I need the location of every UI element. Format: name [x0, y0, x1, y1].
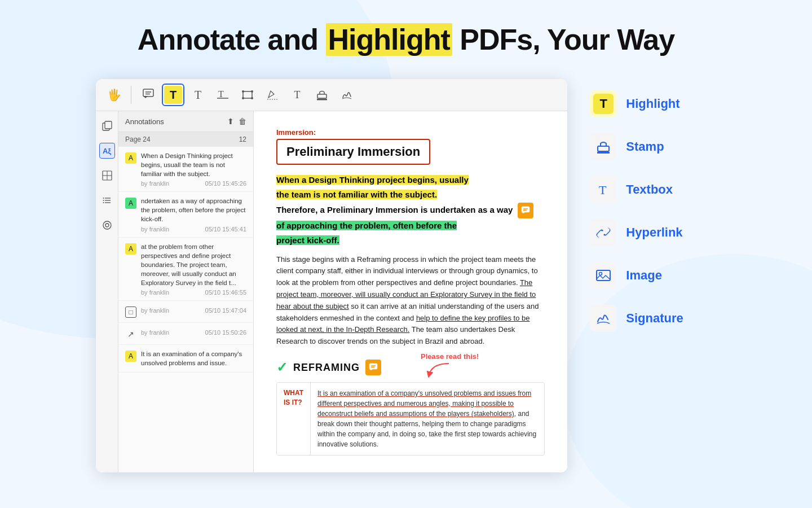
- annotation-icon-yellow: A: [125, 243, 136, 255]
- hand-tool-button[interactable]: 🖐: [103, 84, 125, 106]
- svg-rect-37: [597, 270, 610, 281]
- annotation-author: by franklin: [141, 180, 169, 187]
- svg-point-10: [242, 97, 244, 99]
- sidebar-text-icon[interactable]: Aξ: [99, 143, 115, 159]
- annotation-time: 05/10 15:46:55: [205, 289, 246, 296]
- annotation-time: 05/10 15:45:41: [205, 226, 246, 233]
- sidebar-list-icon[interactable]: [99, 192, 115, 208]
- stamp-feature-icon: [595, 139, 611, 155]
- stamp-label: Stamp: [626, 139, 664, 154]
- annotation-item[interactable]: A ndertaken as a way of approaching the …: [118, 192, 253, 237]
- annotation-item[interactable]: A It is an examination of a company's un…: [118, 345, 253, 373]
- textbox-tool-button[interactable]: T: [286, 84, 308, 106]
- feature-textbox: T Textbox: [590, 176, 716, 203]
- pdf-highlighted-yellow-text: When a Design Thinking project begins, u…: [276, 175, 469, 199]
- signature-label: Signature: [626, 311, 683, 326]
- title-part2: PDFs, Your Way: [452, 23, 674, 56]
- annotation-icon-yellow: A: [125, 152, 136, 164]
- left-sidebar: Aξ: [96, 111, 118, 472]
- what-label: WHATIS IT?: [277, 383, 311, 455]
- annotation-item[interactable]: ↗ by franklin 05/10 15:50:26: [118, 323, 253, 345]
- signature-feature-icon-box: [590, 305, 617, 332]
- annotation-meta: by franklin 05/10 15:46:55: [141, 289, 246, 296]
- box-tool-button[interactable]: [236, 84, 259, 106]
- textbox-label: Textbox: [626, 182, 673, 197]
- comment-tool-button[interactable]: [137, 84, 160, 106]
- pdf-title: Preliminary Immersion: [276, 139, 430, 165]
- feature-highlight: T Highlight: [590, 90, 716, 117]
- what-content: It is an examination of a company's unso…: [311, 383, 544, 455]
- image-label: Image: [626, 268, 662, 283]
- svg-point-11: [251, 97, 253, 99]
- annotation-text: at the problem from other perspectives a…: [141, 242, 246, 287]
- svg-rect-7: [243, 91, 252, 98]
- pencil-tool-button[interactable]: [261, 84, 284, 106]
- annotation-author: by franklin: [141, 307, 169, 314]
- annotation-item[interactable]: □ by franklin 05/10 15:47:04: [118, 301, 253, 323]
- annotation-icon-arrow: ↗: [125, 329, 136, 340]
- annotations-page-label: Page 24: [125, 135, 151, 143]
- pdf-body-text: This stage begins with a Reframing proce…: [276, 254, 545, 348]
- svg-point-9: [251, 90, 253, 93]
- signature-tool-button[interactable]: [336, 84, 358, 106]
- svg-point-25: [103, 202, 104, 203]
- annotation-content: ndertaken as a way of approaching the pr…: [141, 196, 246, 232]
- please-read-annotation: Please read this!: [421, 358, 479, 378]
- svg-point-26: [103, 221, 111, 229]
- annotation-icon-rect: □: [125, 306, 136, 318]
- feature-stamp: Stamp: [590, 133, 716, 160]
- pdf-section-label: Immersion:: [276, 128, 545, 137]
- feature-hyperlink: Hyperlink: [590, 219, 716, 246]
- svg-rect-13: [317, 94, 326, 98]
- annotations-header-icons: ⬆ 🗑: [227, 117, 246, 126]
- pdf-body-section: When a Design Thinking project begins, u…: [276, 173, 545, 248]
- strikethrough-tool-button[interactable]: T: [211, 84, 234, 106]
- annotation-item[interactable]: A at the problem from other perspectives…: [118, 238, 253, 301]
- pdf-viewer: 🖐 T T: [96, 79, 567, 472]
- annotations-page-header: Page 24 12: [118, 132, 253, 147]
- title-part1: Annotate and: [138, 23, 326, 56]
- hyperlink-feature-icon: [595, 225, 611, 240]
- textbox-feature-icon-box: T: [590, 176, 617, 203]
- image-feature-icon-box: [590, 262, 617, 289]
- hyperlink-feature-icon-box: [590, 219, 617, 246]
- sidebar-settings-icon[interactable]: [99, 217, 115, 233]
- annotation-content: by franklin 05/10 15:50:26: [141, 327, 246, 336]
- annotations-delete-icon[interactable]: 🗑: [239, 117, 246, 126]
- annotation-author: by franklin: [141, 226, 169, 233]
- toolbar: 🖐 T T: [96, 79, 567, 111]
- stamp-tool-button[interactable]: [311, 84, 333, 106]
- annotation-author: by franklin: [141, 329, 169, 336]
- annotations-panel: Annotations ⬆ 🗑 Page 24 12 A: [118, 111, 254, 472]
- annotation-meta: by franklin 05/10 15:45:41: [141, 226, 246, 233]
- please-read-text: Please read this!: [421, 352, 479, 361]
- svg-rect-14: [317, 99, 327, 100]
- annotation-text: When a Design Thinking project begins, u…: [141, 151, 246, 178]
- image-feature-icon: [595, 268, 611, 283]
- arrow-svg: [421, 361, 454, 378]
- annotation-text: It is an examination of a company's unso…: [141, 349, 246, 367]
- annotations-title: Annotations: [125, 117, 164, 126]
- text-tool-button[interactable]: T: [187, 84, 209, 106]
- svg-rect-16: [105, 121, 112, 129]
- svg-rect-35: [597, 152, 610, 154]
- highlight-label: Highlight: [626, 97, 679, 111]
- svg-text:T: T: [218, 89, 224, 99]
- viewer-body: Aξ: [96, 111, 567, 472]
- what-is-it-box: WHATIS IT? It is an examination of a com…: [276, 382, 545, 456]
- annotation-item[interactable]: A When a Design Thinking project begins,…: [118, 147, 253, 192]
- svg-rect-2: [143, 89, 153, 97]
- textbox-feature-icon: T: [595, 182, 611, 198]
- annotations-export-icon[interactable]: ⬆: [227, 117, 234, 126]
- annotation-meta: by franklin 05/10 15:50:26: [141, 329, 246, 336]
- sidebar-table-icon[interactable]: [99, 168, 115, 183]
- svg-rect-34: [598, 146, 609, 151]
- pdf-content: Immersion: Preliminary Immersion When a …: [254, 111, 567, 472]
- annotations-count: 12: [239, 135, 246, 143]
- comment-bubble-icon: [518, 203, 533, 218]
- sidebar-copy-icon[interactable]: [99, 118, 115, 134]
- highlight-t-icon: T: [164, 86, 182, 104]
- svg-point-38: [599, 273, 602, 275]
- reframing-comment-icon: [365, 360, 381, 375]
- highlight-tool-button[interactable]: T: [162, 84, 184, 106]
